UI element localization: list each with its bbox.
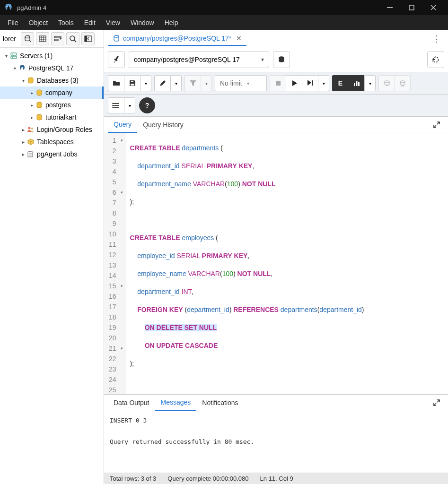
svg-rect-17 <box>11 56 17 59</box>
tree-db-company[interactable]: ▸ company <box>0 86 104 99</box>
query-tabs: Query Query History <box>104 117 448 133</box>
menu-help[interactable]: Help <box>160 17 183 28</box>
sql-editor[interactable]: 1▾ 2 3 4 5 6▾ 7 8 9 10 11 12 13 14 15▾ 1… <box>104 133 448 394</box>
titlebar: pgAdmin 4 <box>0 0 448 15</box>
connection-select[interactable]: company/postgres@PostgreSQL 17 ▾ <box>129 51 269 68</box>
tab-menu-button[interactable]: ⋮ <box>428 32 444 46</box>
tree-tablespaces[interactable]: ▸ Tablespaces <box>0 136 104 148</box>
menu-edit[interactable]: Edit <box>79 17 100 28</box>
chevron-down-icon[interactable]: ▾ <box>11 66 18 71</box>
collapse-panel-button[interactable] <box>81 32 95 45</box>
app-logo-icon <box>4 3 13 12</box>
explain-analyze-button[interactable] <box>348 75 364 91</box>
tab-query-history[interactable]: Query History <box>137 117 189 132</box>
stop-button[interactable] <box>270 75 286 91</box>
svg-point-24 <box>28 127 31 130</box>
window-title: pgAdmin 4 <box>17 4 379 11</box>
view-data-button[interactable] <box>36 32 49 45</box>
tree-roles[interactable]: ▸ Login/Group Roles <box>0 123 104 136</box>
tree-db-postgres[interactable]: ▸ postgres <box>0 99 104 111</box>
tree-label: Databases (3) <box>37 77 79 84</box>
menu-object[interactable]: Object <box>24 17 53 28</box>
search-objects-button[interactable] <box>66 32 79 45</box>
query-tool-button[interactable] <box>21 32 34 45</box>
edit-dropdown[interactable]: ▾ <box>170 75 182 91</box>
chevron-right-icon[interactable]: ▸ <box>20 127 26 132</box>
macros-dropdown[interactable]: ▾ <box>124 97 135 113</box>
database-icon <box>35 89 44 96</box>
fold-icon[interactable]: ▾ <box>118 343 123 354</box>
tree-label: company <box>45 89 72 96</box>
help-button[interactable]: ? <box>139 97 155 113</box>
svg-rect-32 <box>131 84 134 86</box>
tree-servers[interactable]: ▾ Servers (1) <box>0 50 104 62</box>
close-button[interactable] <box>422 0 444 15</box>
reset-layout-button[interactable] <box>427 51 444 68</box>
save-dropdown[interactable]: ▾ <box>140 75 151 91</box>
macros-button[interactable] <box>108 97 124 113</box>
roles-icon <box>26 126 35 133</box>
expand-editor-icon[interactable] <box>429 119 444 130</box>
tab-notifications[interactable]: Notifications <box>196 395 244 410</box>
status-bar: Total rows: 3 of 3 Query complete 00:00:… <box>104 473 448 484</box>
filter-rows-button[interactable] <box>51 32 64 45</box>
tab-query[interactable]: Query <box>108 117 137 133</box>
fold-icon[interactable]: ▾ <box>118 135 123 146</box>
svg-rect-37 <box>356 81 357 86</box>
tree-databases[interactable]: ▾ Databases (3) <box>0 74 104 86</box>
tab-label: company/postgres@PostgreSQL 17* <box>123 35 231 42</box>
open-file-button[interactable] <box>108 75 124 91</box>
explain-button[interactable]: E <box>332 75 348 91</box>
maximize-button[interactable] <box>401 0 422 15</box>
execute-script-button[interactable] <box>302 75 318 91</box>
svg-point-1 <box>9 6 10 7</box>
save-file-button[interactable] <box>124 75 140 91</box>
fold-icon[interactable]: ▾ <box>118 281 123 291</box>
menu-window[interactable]: Window <box>126 17 159 28</box>
tree-postgresql[interactable]: ▾ PostgreSQL 17 <box>0 62 104 74</box>
chevron-right-icon[interactable]: ▸ <box>28 103 35 108</box>
pin-button[interactable] <box>108 51 125 68</box>
commit-button[interactable] <box>378 75 395 91</box>
svg-rect-16 <box>11 53 17 55</box>
chevron-down-icon[interactable]: ▾ <box>20 78 26 83</box>
chevron-down-icon[interactable]: ▾ <box>3 53 9 59</box>
fold-icon[interactable]: ▾ <box>118 187 123 198</box>
execute-button[interactable] <box>286 75 302 91</box>
panel-tab[interactable]: company/postgres@PostgreSQL 17* ✕ <box>108 32 246 46</box>
close-tab-icon[interactable]: ✕ <box>236 35 242 42</box>
explain-dropdown[interactable]: ▾ <box>364 75 376 91</box>
svg-rect-5 <box>39 36 46 42</box>
menu-tools[interactable]: Tools <box>53 17 79 28</box>
query-panel: company/postgres@PostgreSQL 17* ✕ ⋮ comp… <box>104 30 448 484</box>
filter-dropdown[interactable]: ▾ <box>201 75 212 91</box>
object-tree[interactable]: ▾ Servers (1) ▾ PostgreSQL 17 ▾ Database… <box>0 48 104 484</box>
edit-button[interactable] <box>154 75 170 91</box>
menu-file[interactable]: File <box>3 17 23 28</box>
svg-rect-35 <box>312 80 313 86</box>
tree-label: Login/Group Roles <box>37 126 92 133</box>
execute-dropdown[interactable]: ▾ <box>318 75 329 91</box>
menu-view[interactable]: View <box>101 17 125 28</box>
filter-button[interactable] <box>184 75 201 91</box>
svg-rect-34 <box>276 81 281 86</box>
chevron-down-icon: ▾ <box>247 81 249 86</box>
chevron-right-icon[interactable]: ▸ <box>20 152 26 157</box>
tree-pgagent[interactable]: ▸ pgAgent Jobs <box>0 148 104 160</box>
tab-messages[interactable]: Messages <box>155 395 197 411</box>
tree-db-tutorialkart[interactable]: ▸ tutorialkart <box>0 111 104 123</box>
tree-label: postgres <box>45 101 71 109</box>
svg-rect-26 <box>28 152 33 157</box>
chevron-right-icon[interactable]: ▸ <box>28 90 35 95</box>
code-area[interactable]: CREATE TABLE departments ( department_id… <box>126 133 368 394</box>
chevron-down-icon: ▾ <box>261 56 264 63</box>
chevron-right-icon[interactable]: ▸ <box>28 115 35 120</box>
minimize-button[interactable] <box>379 0 401 15</box>
new-connection-button[interactable] <box>273 51 290 68</box>
rollback-button[interactable] <box>395 75 411 91</box>
expand-output-icon[interactable] <box>429 397 444 408</box>
chevron-right-icon[interactable]: ▸ <box>20 139 26 145</box>
tab-data-output[interactable]: Data Output <box>108 395 155 410</box>
elephant-icon <box>18 64 26 72</box>
limit-select[interactable]: No limit ▾ <box>215 75 267 91</box>
